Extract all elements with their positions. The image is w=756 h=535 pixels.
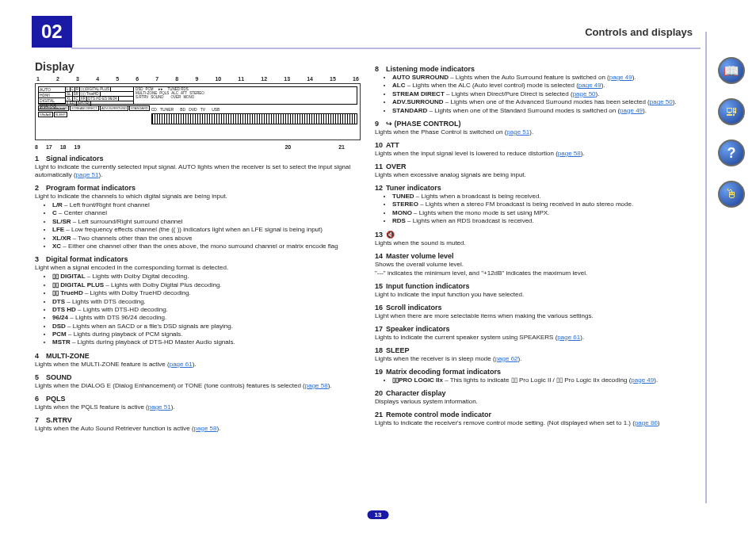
page-xref[interactable]: page 49	[620, 107, 643, 114]
list-item: STANDARD – Lights when one of the Standa…	[392, 107, 701, 115]
side-nav-icons: 📖 🖳 ? 🖱	[718, 57, 745, 208]
list-item: XC – Either one channel other than the o…	[52, 243, 361, 250]
list-item: DSD – Lights when an SACD or a file's DS…	[52, 323, 361, 331]
list-item: L/R – Left front/Right front channel	[52, 201, 361, 209]
section-heading: 19Matrix decoding format indicators	[375, 368, 701, 376]
section-heading: 14Master volume level	[375, 252, 701, 260]
page-xref[interactable]: page 49	[609, 74, 632, 81]
section-heading: 15Input function indicators	[375, 282, 701, 290]
chapter-badge: 02	[32, 16, 72, 48]
list-item: 96/24 – Lights with DTS 96/24 decoding.	[52, 314, 361, 322]
hardware-icon[interactable]: 🖳	[718, 98, 745, 125]
page-xref[interactable]: page 51	[76, 171, 99, 178]
section-heading: 7S.RTRV	[35, 416, 361, 424]
page-xref[interactable]: page 58	[558, 150, 581, 157]
section-desc: Displays various system information.	[375, 398, 701, 406]
section-heading: 17Speaker indicators	[375, 325, 701, 333]
list-item: MSTR – Lights during playback of DTS-HD …	[52, 338, 361, 346]
section-heading: 10ATT	[375, 141, 701, 149]
section-desc: Lights when the PQLS feature is active (…	[35, 403, 361, 411]
section-desc: Light when there are more selectable ite…	[375, 312, 701, 320]
list-item: ALC – Lights when the ALC (Auto level co…	[392, 82, 701, 90]
section-heading: 18SLEEP	[375, 346, 701, 354]
list-item: ▯▯ DIGITAL – Lights with Dolby Digital d…	[52, 273, 361, 281]
remote-icon[interactable]: 🖱	[718, 181, 745, 208]
section-desc: Lights when the Auto Sound Retriever fun…	[35, 425, 361, 433]
page-xref[interactable]: page 51	[148, 403, 171, 411]
list-item: MONO – Lights when the mono mode is set …	[392, 209, 701, 217]
list-item: RDS – Lights when an RDS broadcast is re…	[392, 217, 701, 225]
page-xref[interactable]: page 61	[557, 334, 580, 341]
list-item: PCM – Lights during playback of PCM sign…	[52, 331, 361, 338]
page-xref[interactable]: page 86	[635, 419, 658, 426]
section-desc: Light when a signal encoded in the corre…	[35, 264, 361, 272]
page-xref[interactable]: page 50	[573, 90, 596, 97]
help-icon[interactable]: ?	[718, 139, 745, 166]
display-heading: Display	[35, 60, 361, 73]
section-heading: 21Remote control mode indicator	[375, 411, 701, 418]
section-heading: 8Listening mode indicators	[375, 65, 701, 73]
list-item: ▯▯ DIGITAL PLUS – Lights with Dolby Digi…	[52, 281, 361, 289]
section-icon: 🔇	[386, 231, 395, 239]
book-icon[interactable]: 📖	[718, 57, 745, 84]
section-desc: Lights to indicate the current speaker s…	[375, 334, 701, 342]
section-desc: Light to indicate the channels to which …	[35, 193, 361, 201]
page-xref[interactable]: page 61	[170, 361, 193, 368]
section-heading: 16Scroll indicators	[375, 304, 701, 311]
page-xref[interactable]: page 51	[506, 128, 529, 136]
list-item: STREAM DIRECT – Lights when Direct/Pure …	[392, 90, 701, 98]
list-item: DTS HD – Lights with DTS-HD decoding.	[52, 306, 361, 314]
page-xref[interactable]: page 49	[578, 82, 601, 89]
section-heading: 12Tuner indicators	[375, 184, 701, 192]
list-item: C – Center channel	[52, 209, 361, 217]
section-heading: 9↪ (PHASE CONTROL)	[375, 120, 701, 128]
section-desc: Light to indicate the currently selected…	[35, 163, 361, 179]
list-item: DTS – Lights with DTS decoding.	[52, 298, 361, 306]
page-xref[interactable]: page 58	[305, 382, 328, 389]
callouts-bottom: 8171819 2021	[35, 143, 361, 150]
list-item: SL/SR – Left surround/Right surround cha…	[52, 218, 361, 226]
section-heading: 2Program format indicators	[35, 184, 361, 192]
header-title: Controls and displays	[585, 26, 701, 38]
section-heading: 20Character display	[375, 389, 701, 397]
section-heading: 11OVER	[375, 162, 701, 170]
section-heading: 3Digital format indicators	[35, 255, 361, 263]
list-item: AUTO SURROUND – Lights when the Auto Sur…	[392, 74, 701, 82]
left-column: Display 12345678910111213141516 AUTOHDMI…	[35, 60, 361, 433]
page-xref[interactable]: page 49	[631, 376, 654, 384]
list-item: TUNED – Lights when a broadcast is being…	[392, 193, 701, 201]
section-desc: Lights when the MULTI-ZONE feature is ac…	[35, 361, 361, 369]
list-item: ADV.SURROUND – Lights when one of the Ad…	[392, 98, 701, 106]
list-item: ▯▯ TrueHD – Lights with Dolby TrueHD dec…	[52, 289, 361, 297]
page-xref[interactable]: page 62	[495, 355, 518, 362]
page-xref[interactable]: page 58	[194, 425, 217, 432]
bullet-list: ▯▯ DIGITAL – Lights with Dolby Digital d…	[35, 273, 361, 347]
section-desc: Lights when the input signal level is lo…	[375, 150, 701, 158]
list-item: ▯▯PRO LOGIC IIx – This lights to indicat…	[392, 376, 701, 384]
list-item: XL/XR – Two channels other than the ones…	[52, 235, 361, 243]
section-desc: Lights when the sound is muted.	[375, 239, 701, 247]
section-desc: Shows the overall volume level.	[375, 261, 701, 269]
header-underline	[71, 48, 701, 49]
section-heading: 1Signal indicators	[35, 155, 361, 162]
section-heading: 4MULTI-ZONE	[35, 352, 361, 360]
section-desc: Lights when excessive analog signals are…	[375, 171, 701, 179]
section-heading: 6PQLS	[35, 395, 361, 403]
list-item: STEREO – Lights when a stereo FM broadca…	[392, 201, 701, 208]
section-desc: Lights when the receiver is in sleep mod…	[375, 355, 701, 363]
section-heading: 13🔇	[375, 231, 701, 239]
section-desc: Light to indicate the input function you…	[375, 291, 701, 299]
section-desc: Lights to indicate the receiver's remove…	[375, 419, 701, 427]
bullet-list: ▯▯PRO LOGIC IIx – This lights to indicat…	[375, 376, 701, 384]
bullet-list: AUTO SURROUND – Lights when the Auto Sur…	[375, 74, 701, 115]
page-xref[interactable]: page 50	[650, 98, 673, 105]
list-item: LFE – Low frequency effects channel (the…	[52, 226, 361, 234]
section-icon: ↪	[386, 120, 392, 128]
section-heading: 5SOUND	[35, 373, 361, 381]
display-diagram: AUTOHDMIDIGITALANALOG LCR▯▯DIGITAL PLUSS…	[35, 83, 361, 140]
bullet-list: TUNED – Lights when a broadcast is being…	[375, 193, 701, 226]
section-desc: Lights when the Phase Control is switche…	[375, 128, 701, 136]
callouts-top: 12345678910111213141516	[35, 76, 361, 83]
section-desc: Lights when the DIALOG E (Dialog Enhance…	[35, 382, 361, 390]
page-number: 13	[368, 510, 389, 519]
